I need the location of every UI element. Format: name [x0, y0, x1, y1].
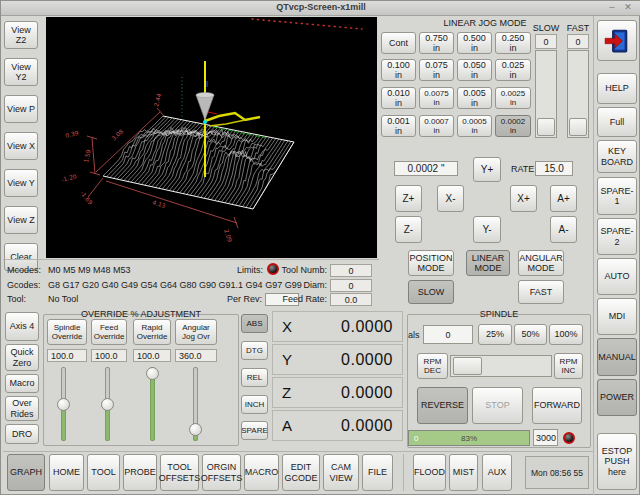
feed-override-slider[interactable] — [101, 367, 114, 441]
feed-override-slider-handle[interactable] — [101, 398, 114, 411]
position-mode-button[interactable]: POSITION MODE — [408, 250, 454, 276]
dro-y-letter: Y — [282, 351, 292, 368]
jog-z-plus-button[interactable]: Z+ — [395, 185, 422, 212]
macro-button[interactable]: Macro — [5, 374, 39, 393]
jog-increment-0100[interactable]: 0.100 in — [381, 59, 416, 81]
tab-tool-offsets[interactable]: TOOL OFFSETS — [160, 454, 199, 491]
jog-a-plus-button[interactable]: A+ — [550, 185, 577, 212]
angular-jog-override-button[interactable]: Angular Jog Ovr — [175, 319, 217, 345]
slow-mode-button[interactable]: SLOW — [408, 280, 454, 304]
feed-override-button[interactable]: Feed Override — [91, 319, 127, 345]
spindle-reverse-button[interactable]: REVERSE — [417, 387, 468, 424]
spindle-override-slider-handle[interactable] — [57, 398, 70, 411]
jog-y-minus-button[interactable]: Y- — [473, 216, 501, 243]
spindle-stop-button[interactable]: STOP — [472, 387, 523, 424]
jog-increment-0050[interactable]: 0.050 in — [457, 59, 492, 81]
angular-jog-override-slider-handle[interactable] — [189, 423, 202, 436]
jog-increment-0025[interactable]: 0.025 in — [495, 59, 531, 81]
dro-abs-button[interactable]: ABS — [241, 314, 268, 333]
tab-edit-gcode[interactable]: EDIT GCODE — [282, 454, 320, 491]
view-z2-button[interactable]: View Z2 — [4, 21, 38, 49]
spindle-50-button[interactable]: 50% — [514, 324, 547, 345]
estop-button[interactable]: ESTOP PUSH here — [597, 433, 637, 490]
view-x-button[interactable]: View X — [4, 132, 38, 160]
spindle-override-slider[interactable] — [57, 367, 70, 441]
spindle-25-button[interactable]: 25% — [478, 324, 512, 345]
over-rides-button[interactable]: Over Rides — [5, 396, 39, 421]
view-y-button[interactable]: View Y — [4, 169, 38, 197]
help-button[interactable]: HELP — [597, 73, 637, 104]
jog-increment-00075[interactable]: 0.0075 in — [419, 87, 454, 109]
angular-jog-override-slider[interactable] — [189, 367, 202, 441]
tab-home[interactable]: HOME — [49, 454, 84, 491]
fast-mode-button[interactable]: FAST — [518, 280, 564, 304]
tool-numb-label: Tool Numb: — [271, 265, 327, 275]
aux-button[interactable]: AUX — [482, 454, 512, 491]
auto-button[interactable]: AUTO — [597, 258, 637, 295]
tab-cam-view[interactable]: CAM VIEW — [323, 454, 359, 491]
mdi-button[interactable]: MDI — [597, 298, 637, 335]
quick-zero-button[interactable]: Quick Zero — [5, 344, 39, 371]
slow-slider-handle[interactable] — [537, 118, 555, 136]
rapid-override-slider[interactable] — [146, 367, 159, 441]
jog-increment-0250[interactable]: 0.250 in — [495, 32, 531, 54]
rpm-dec-button[interactable]: RPM DEC — [417, 353, 448, 379]
tab-probe[interactable]: PROBE — [123, 454, 157, 491]
dro-dtg-button[interactable]: DTG — [241, 341, 268, 360]
view-z-button[interactable]: View Z — [4, 206, 38, 234]
jog-increment-0075[interactable]: 0.075 in — [419, 59, 454, 81]
spindle-forward-button[interactable]: FORWARD — [532, 387, 582, 424]
jog-increment-0750[interactable]: 0.750 in — [419, 32, 454, 54]
dimension-labels: 0.39 1.59 -1.20 -1.69 3.08 2.44 4.13 2.0… — [61, 92, 234, 243]
view-p-button[interactable]: View P — [4, 95, 38, 123]
manual-button[interactable]: MANUAL — [597, 338, 637, 376]
mist-button[interactable]: MIST — [449, 454, 478, 491]
angular-mode-button[interactable]: ANGULAR MODE — [518, 250, 564, 276]
jog-a-minus-button[interactable]: A- — [550, 216, 577, 243]
jog-x-minus-button[interactable]: X- — [437, 185, 464, 212]
keyboard-button[interactable]: KEY BOARD — [597, 140, 637, 173]
minimize-icon[interactable]: – — [605, 2, 619, 12]
tab-graph[interactable]: GRAPH — [7, 454, 45, 491]
jog-increment-cont[interactable]: Cont — [381, 32, 416, 54]
exit-button[interactable] — [597, 20, 637, 61]
tab-macro[interactable]: MACRO — [244, 454, 279, 491]
fast-slider-handle[interactable] — [569, 118, 587, 136]
full-button[interactable]: Full — [597, 107, 637, 137]
spindle-setpoint-field[interactable]: 3000 — [533, 429, 558, 446]
flood-button[interactable]: FLOOD — [413, 454, 446, 491]
gcode-3d-preview[interactable]: 0.39 1.59 -1.20 -1.69 3.08 2.44 4.13 2.0… — [46, 17, 377, 258]
spare-1-button[interactable]: SPARE-1 — [597, 177, 637, 215]
jog-increment-00025[interactable]: 0.0025 in — [495, 87, 531, 109]
view-y2-button[interactable]: View Y2 — [4, 58, 38, 86]
power-button[interactable]: POWER — [597, 379, 637, 416]
tab-orgin-offsets[interactable]: ORGIN OFFSETS — [202, 454, 241, 491]
jog-increment-00002-selected[interactable]: 0.0002 in — [495, 115, 531, 137]
jog-increment-00005[interactable]: 0.0005 in — [457, 115, 492, 137]
jog-increment-0010[interactable]: 0.010 in — [381, 87, 416, 109]
dro-inch-button[interactable]: INCH — [241, 395, 268, 414]
tab-tool[interactable]: TOOL — [87, 454, 120, 491]
rapid-override-slider-handle[interactable] — [146, 367, 159, 380]
jog-increment-0001[interactable]: 0.001 in — [381, 115, 416, 137]
spindle-100-button[interactable]: 100% — [549, 324, 583, 345]
rpm-inc-button[interactable]: RPM INC — [554, 353, 583, 379]
jog-y-plus-button[interactable]: Y+ — [473, 157, 501, 182]
dro-button[interactable]: DRO — [5, 424, 39, 444]
rpm-slider-handle[interactable] — [453, 357, 482, 375]
jog-increment-00007[interactable]: 0.0007 in — [419, 115, 454, 137]
close-icon[interactable]: ✕ — [621, 2, 635, 12]
jog-z-minus-button[interactable]: Z- — [395, 216, 422, 243]
dro-rel-button[interactable]: REL — [241, 368, 268, 387]
jog-increment-0500[interactable]: 0.500 in — [457, 32, 492, 54]
app-window: QTvcp-Screen-x1mill – ✕ View Z2 View Y2 … — [0, 0, 640, 495]
jog-increment-0005[interactable]: 0.005 in — [457, 87, 492, 109]
rapid-override-button[interactable]: Rapid Override — [133, 319, 171, 345]
linear-mode-button[interactable]: LINEAR MODE — [466, 250, 510, 276]
tab-file[interactable]: FILE — [362, 454, 393, 491]
jog-x-plus-button[interactable]: X+ — [510, 185, 537, 212]
spindle-override-button[interactable]: Spindle Override — [47, 319, 87, 345]
axis-4-button[interactable]: Axis 4 — [5, 312, 39, 341]
spare-2-button[interactable]: SPARE-2 — [597, 218, 637, 255]
dro-spare-button[interactable]: SPARE — [241, 421, 268, 440]
